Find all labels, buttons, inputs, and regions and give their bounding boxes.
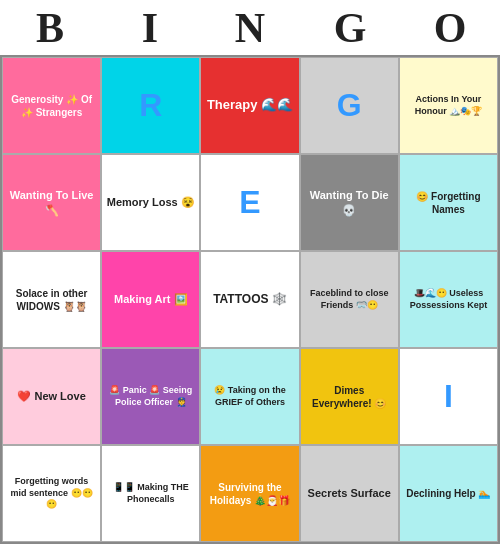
cell-text-r1c0: Wanting To Live 🪓 [6,188,97,217]
bingo-header: BINGO [0,0,500,55]
bingo-grid: Generosity ✨ Of ✨ StrangersRTherapy 🌊🌊GA… [0,55,500,544]
bingo-cell-r4c1: 📱📱 Making THE Phonecalls [101,445,200,542]
cell-text-r0c2: Therapy 🌊🌊 [207,97,293,114]
cell-text-r4c1: 📱📱 Making THE Phonecalls [105,482,196,505]
bingo-cell-r3c2: 😢 Taking on the GRIEF of Others [200,348,299,445]
cell-text-r2c2: TATTOOS 🕸️ [213,292,287,308]
bingo-cell-r0c4: Actions In Your Honour 🏔️🎭🏆 [399,57,498,154]
cell-text-r2c0: Solace in other WIDOWS 🦉🦉 [6,287,97,313]
cell-text-r3c0: ❤️ New Love [17,389,85,403]
bingo-cell-r2c2: TATTOOS 🕸️ [200,251,299,348]
bingo-cell-r0c3: G [300,57,399,154]
bingo-cell-r1c4: 😊 Forgetting Names [399,154,498,251]
bingo-card: BINGO Generosity ✨ Of ✨ StrangersRTherap… [0,0,500,544]
header-letter-N: N [205,4,295,52]
cell-text-r1c3: Wanting To Die 💀 [304,188,395,217]
header-letter-I: I [105,4,195,52]
bingo-cell-r4c3: Secrets Surface [300,445,399,542]
cell-text-r3c3: Dimes Everywhere! 😊 [304,384,395,410]
bingo-cell-r2c0: Solace in other WIDOWS 🦉🦉 [2,251,101,348]
bingo-cell-r1c3: Wanting To Die 💀 [300,154,399,251]
cell-text-r4c0: Forgetting words mid sentence 😶😶😶 [6,476,97,511]
cell-text-r0c1: R [139,85,162,127]
cell-text-r4c3: Secrets Surface [308,486,391,500]
bingo-cell-r0c1: R [101,57,200,154]
bingo-cell-r3c0: ❤️ New Love [2,348,101,445]
cell-text-r4c4: Declining Help 🏊 [406,487,490,500]
cell-text-r2c4: 🎩🌊😶 Useless Possessions Kept [403,288,494,311]
cell-text-r1c1: Memory Loss 😵 [107,195,195,209]
bingo-cell-r2c3: Faceblind to close Friends 🥽😶 [300,251,399,348]
bingo-cell-r2c1: Making Art 🖼️ [101,251,200,348]
bingo-cell-r0c2: Therapy 🌊🌊 [200,57,299,154]
cell-text-r3c4: I [444,376,453,418]
header-letter-B: B [5,4,95,52]
cell-text-r1c2: E [239,182,260,224]
bingo-cell-r1c0: Wanting To Live 🪓 [2,154,101,251]
bingo-cell-r3c1: 🚨 Panic 🚨 Seeing Police Officer 👮 [101,348,200,445]
header-letter-G: G [305,4,395,52]
cell-text-r0c3: G [337,85,362,127]
bingo-cell-r3c3: Dimes Everywhere! 😊 [300,348,399,445]
bingo-cell-r4c2: Surviving the Holidays 🎄🎅🎁 [200,445,299,542]
bingo-cell-r1c1: Memory Loss 😵 [101,154,200,251]
cell-text-r4c2: Surviving the Holidays 🎄🎅🎁 [204,481,295,507]
bingo-cell-r3c4: I [399,348,498,445]
bingo-cell-r2c4: 🎩🌊😶 Useless Possessions Kept [399,251,498,348]
cell-text-r3c1: 🚨 Panic 🚨 Seeing Police Officer 👮 [105,385,196,408]
bingo-cell-r0c0: Generosity ✨ Of ✨ Strangers [2,57,101,154]
cell-text-r3c2: 😢 Taking on the GRIEF of Others [204,385,295,408]
header-letter-O: O [405,4,495,52]
cell-text-r2c1: Making Art 🖼️ [114,292,188,306]
bingo-cell-r4c4: Declining Help 🏊 [399,445,498,542]
bingo-cell-r4c0: Forgetting words mid sentence 😶😶😶 [2,445,101,542]
cell-text-r2c3: Faceblind to close Friends 🥽😶 [304,288,395,311]
bingo-cell-r1c2: E [200,154,299,251]
cell-text-r0c4: Actions In Your Honour 🏔️🎭🏆 [403,94,494,117]
cell-text-r0c0: Generosity ✨ Of ✨ Strangers [6,93,97,119]
cell-text-r1c4: 😊 Forgetting Names [403,190,494,216]
